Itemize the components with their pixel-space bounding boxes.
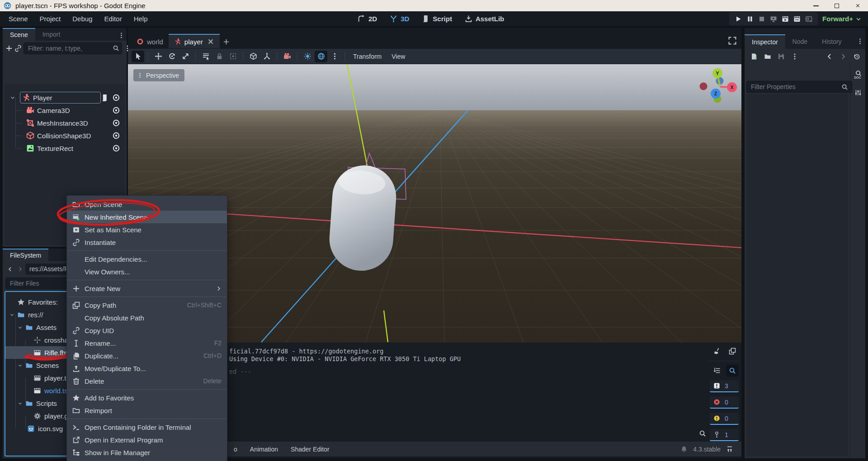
context-menu-item-open-in-external-program[interactable]: Open in External Program <box>67 433 227 446</box>
context-menu-item-new-inherited-scene[interactable]: New Inherited Scene <box>67 211 227 223</box>
stop-button[interactable] <box>756 13 768 25</box>
search-messages-button[interactable] <box>726 365 739 376</box>
tab-filesystem[interactable]: FileSystem <box>3 249 48 261</box>
update-available-icon[interactable] <box>726 446 733 453</box>
add-node-button[interactable] <box>5 42 13 54</box>
inspector-filter-input[interactable] <box>746 81 852 93</box>
history-forward-button[interactable] <box>837 51 849 62</box>
bottom-tab-animation[interactable]: Animation <box>245 442 283 456</box>
chevron-down-icon[interactable] <box>18 325 23 330</box>
context-menu-item-copy-uid[interactable]: Copy UID <box>67 324 227 337</box>
maximize-button[interactable] <box>826 0 847 11</box>
visibility-eye-icon[interactable] <box>112 119 120 127</box>
tab-history[interactable]: History <box>815 34 849 49</box>
context-menu-item-create-new[interactable]: Create New <box>67 282 227 295</box>
play-scene-button[interactable] <box>779 13 791 25</box>
workspace-script[interactable]: Script <box>417 11 457 26</box>
visibility-eye-icon[interactable] <box>112 94 120 102</box>
scene-filter-input[interactable] <box>24 42 122 54</box>
notification-bell-icon[interactable] <box>680 446 688 453</box>
close-tab-icon[interactable] <box>207 38 214 45</box>
close-button[interactable] <box>847 0 868 11</box>
inspector-tools-button[interactable] <box>852 87 864 99</box>
attached-script-icon[interactable] <box>101 94 108 102</box>
snap-toggle[interactable] <box>247 51 259 62</box>
movie-maker-button[interactable] <box>803 13 815 25</box>
context-menu-item-copy-path[interactable]: Copy PathCtrl+Shift+C <box>67 299 227 311</box>
tab-node[interactable]: Node <box>785 34 815 49</box>
context-menu-item-view-owners[interactable]: View Owners... <box>67 265 227 278</box>
load-resource-button[interactable] <box>762 51 774 62</box>
workspace-assetlib[interactable]: AssetLib <box>460 11 509 26</box>
workspace-3d[interactable]: 3D <box>385 11 414 26</box>
menu-help[interactable]: Help <box>128 11 154 26</box>
sun-toggle[interactable] <box>301 51 314 62</box>
scene-tree-node-player[interactable]: Player <box>5 91 125 104</box>
chevron-down-icon[interactable] <box>9 312 14 317</box>
projection-menu[interactable]: Perspective <box>133 69 184 81</box>
group-node-button[interactable] <box>226 51 239 62</box>
context-menu-item-instantiate[interactable]: Instantiate <box>67 236 227 249</box>
local-space-toggle[interactable] <box>260 51 273 62</box>
nav-back-button[interactable] <box>5 263 14 274</box>
scene-tree-node-collisionshape3d[interactable]: CollisionShape3D <box>5 129 125 142</box>
workspace-2d[interactable]: 2D <box>353 11 382 26</box>
move-tool[interactable] <box>152 51 165 62</box>
scene-tree-node-camera3d[interactable]: Camera3D <box>5 104 125 117</box>
dock-options-dots[interactable] <box>116 30 127 41</box>
context-menu-item-copy-absolute-path[interactable]: Copy Absolute Path <box>67 311 227 324</box>
context-menu-item-open-containing-folder-in-terminal[interactable]: Open Containing Folder in Terminal <box>67 421 227 433</box>
play-button[interactable] <box>732 13 744 25</box>
select-tool[interactable] <box>132 51 144 62</box>
context-menu-item-set-as-main-scene[interactable]: Set as Main Scene <box>67 223 227 236</box>
view-options-dots[interactable] <box>328 51 341 62</box>
clear-output-button[interactable] <box>711 345 723 357</box>
instantiate-scene-button[interactable] <box>14 42 22 54</box>
object-history-button[interactable] <box>851 51 863 62</box>
chevron-down-icon[interactable] <box>10 95 15 100</box>
bottom-tab-shader-editor[interactable]: Shader Editor <box>285 442 335 456</box>
tab-scene[interactable]: Scene <box>3 28 35 41</box>
chevron-down-icon[interactable] <box>18 363 23 368</box>
renderer-selector[interactable]: Forward+ <box>822 15 862 23</box>
context-menu-item-delete[interactable]: DeleteDelete <box>67 375 227 387</box>
menu-scene[interactable]: Scene <box>3 11 34 26</box>
context-menu-item-reimport[interactable]: Reimport <box>67 404 227 417</box>
environment-toggle[interactable] <box>315 51 327 62</box>
minimize-button[interactable] <box>806 0 826 11</box>
scale-tool[interactable] <box>179 51 192 62</box>
menu-project[interactable]: Project <box>34 11 67 26</box>
context-menu-item-rename[interactable]: Rename...F2 <box>67 337 227 349</box>
debugger-badge-warning-square[interactable]: 3 <box>710 380 739 392</box>
context-menu-item-duplicate[interactable]: Duplicate...Ctrl+D <box>67 349 227 362</box>
list-select-tool[interactable] <box>199 51 212 62</box>
history-back-button[interactable] <box>824 51 835 62</box>
search-docs-button[interactable]: DOC <box>852 69 864 80</box>
pause-button[interactable] <box>744 13 756 25</box>
visibility-eye-icon[interactable] <box>112 144 120 152</box>
collapse-messages-button[interactable] <box>711 365 723 376</box>
context-menu-item-edit-dependencies[interactable]: Edit Dependencies... <box>67 253 227 265</box>
rotate-tool[interactable] <box>165 51 178 62</box>
play-custom-scene-button[interactable] <box>791 13 803 25</box>
scene-tree-node-texturerect[interactable]: TextureRect <box>5 142 125 155</box>
debugger-badge-warning-circle[interactable]: 0 <box>710 413 739 425</box>
new-scene-tab-button[interactable] <box>220 34 233 49</box>
context-menu-item-open-scene[interactable]: Open Scene <box>67 198 227 211</box>
scene-tab-world[interactable]: world <box>131 34 169 49</box>
expand-viewport-icon[interactable] <box>728 36 737 45</box>
search-icon[interactable] <box>699 430 706 437</box>
tab-import[interactable]: Import <box>35 28 68 41</box>
tab-inspector[interactable]: Inspector <box>745 34 785 49</box>
menu-editor[interactable]: Editor <box>98 11 127 26</box>
menu-debug[interactable]: Debug <box>66 11 98 26</box>
chevron-down-icon[interactable] <box>18 401 23 406</box>
viewport-menu-transform[interactable]: Transform <box>349 53 386 60</box>
remote-debug-button[interactable] <box>768 13 779 25</box>
camera-preview-toggle[interactable] <box>281 51 293 62</box>
debugger-badge-message-pin[interactable]: 1 <box>710 429 739 441</box>
scene-tree-node-meshinstance3d[interactable]: MeshInstance3D <box>5 117 125 129</box>
visibility-eye-icon[interactable] <box>112 132 120 140</box>
lock-node-button[interactable] <box>213 51 226 62</box>
viewport-menu-view[interactable]: View <box>387 53 410 60</box>
